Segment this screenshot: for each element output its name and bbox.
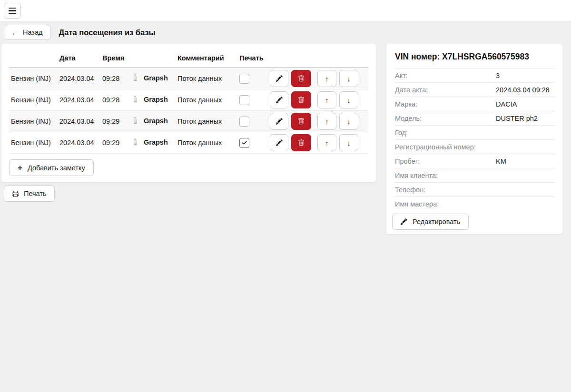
field-label: Год:: [395, 129, 496, 137]
row-type: Бензин (INJ): [9, 68, 58, 89]
move-up-button[interactable]: ↑: [317, 91, 336, 108]
delete-row-button[interactable]: [291, 134, 311, 151]
edit-row-button[interactable]: [270, 70, 288, 87]
arrow-down-icon: ↓: [347, 139, 351, 147]
arrow-up-icon: ↑: [325, 96, 329, 104]
pencil-icon: [276, 118, 283, 125]
table-header-row: Дата Время Комментарий Печать: [9, 49, 368, 68]
print-button[interactable]: Печать: [4, 186, 55, 202]
field-value: DACIA: [496, 100, 517, 108]
check-icon: [241, 140, 247, 146]
graph-attachment-link[interactable]: Grapsh: [132, 74, 168, 82]
edit-row-button[interactable]: [270, 113, 288, 130]
vin-field-row: Год:: [394, 125, 555, 139]
arrow-down-icon: ↓: [347, 118, 351, 126]
delete-row-button[interactable]: [291, 91, 311, 108]
field-value: KM: [496, 157, 506, 165]
vin-field-row: Модель: DUSTER ph2: [394, 111, 555, 125]
move-up-button[interactable]: ↑: [317, 134, 336, 151]
vin-field-row: Дата акта: 2024.03.04 09:28: [394, 82, 555, 97]
page-header: ← Назад Дата посещения из базы: [0, 21, 571, 44]
column-header-comment: Комментарий: [176, 49, 237, 68]
row-comment: Поток данных: [176, 132, 237, 154]
row-date: 2024.03.04: [58, 132, 100, 154]
delete-row-button[interactable]: [291, 70, 311, 87]
print-checkbox[interactable]: [239, 117, 249, 127]
top-bar: [0, 0, 571, 21]
field-label: Телефон:: [395, 186, 496, 194]
move-down-button[interactable]: ↓: [339, 91, 358, 108]
row-time: 09:28: [100, 89, 130, 111]
field-value: DUSTER ph2: [496, 115, 538, 122]
pencil-icon: [401, 218, 407, 225]
graph-attachment-link[interactable]: Grapsh: [132, 138, 168, 146]
field-value: 3: [496, 72, 500, 79]
vin-info-panel: VIN номер: X7LHSRGA560575983 Акт: 3 Дата…: [386, 44, 562, 234]
row-time: 09:28: [100, 68, 130, 89]
printer-icon: [12, 190, 19, 197]
vin-field-row: Телефон:: [394, 182, 555, 196]
field-label: Регистрационный номер:: [395, 143, 496, 151]
row-time: 09:29: [100, 111, 130, 132]
paperclip-icon: [132, 74, 139, 81]
arrow-up-icon: ↑: [325, 139, 329, 147]
field-label: Акт:: [395, 72, 496, 79]
trash-icon: [298, 97, 305, 103]
trash-icon: [298, 75, 305, 82]
column-header-time: Время: [100, 49, 130, 68]
pencil-icon: [276, 97, 283, 103]
print-checkbox[interactable]: [239, 138, 249, 148]
vin-field-row: Имя клиента:: [394, 168, 555, 182]
print-checkbox[interactable]: [239, 95, 249, 105]
row-comment: Поток данных: [176, 68, 237, 89]
row-type: Бензин (INJ): [9, 132, 58, 154]
graph-attachment-link[interactable]: Grapsh: [132, 117, 168, 125]
row-date: 2024.03.04: [58, 68, 100, 89]
column-header-print: Печать: [237, 49, 268, 68]
back-button[interactable]: ← Назад: [4, 25, 50, 40]
row-date: 2024.03.04: [58, 89, 100, 111]
edit-row-button[interactable]: [270, 134, 288, 151]
pencil-icon: [276, 139, 283, 146]
delete-row-button[interactable]: [291, 113, 311, 130]
row-time: 09:29: [100, 132, 130, 154]
field-label: Дата акта:: [395, 86, 496, 94]
row-type: Бензин (INJ): [9, 111, 58, 132]
move-down-button[interactable]: ↓: [339, 134, 358, 151]
page-title: Дата посещения из базы: [59, 28, 156, 37]
hamburger-menu-button[interactable]: [4, 3, 21, 19]
field-label: Имя клиента:: [395, 172, 496, 179]
visits-table-card: Дата Время Комментарий Печать Бензин (IN…: [1, 44, 376, 182]
add-note-button[interactable]: + Добавить заметку: [9, 159, 94, 176]
pencil-icon: [276, 75, 283, 82]
visits-table: Дата Время Комментарий Печать Бензин (IN…: [9, 49, 368, 154]
arrow-up-icon: ↑: [325, 75, 329, 83]
field-label: Имя мастера:: [395, 200, 496, 208]
vin-title: VIN номер: X7LHSRGA560575983: [394, 51, 555, 68]
arrow-down-icon: ↓: [347, 75, 351, 83]
edit-row-button[interactable]: [270, 91, 288, 108]
back-arrow-icon: ←: [11, 29, 19, 36]
trash-icon: [298, 139, 305, 146]
print-checkbox[interactable]: [239, 74, 249, 84]
edit-vin-button[interactable]: Редактировать: [392, 214, 469, 230]
move-down-button[interactable]: ↓: [339, 113, 358, 130]
move-up-button[interactable]: ↑: [317, 70, 336, 87]
field-label: Модель:: [395, 115, 496, 122]
table-row: Бензин (INJ) 2024.03.04 09:28 Grapsh Пот…: [9, 68, 368, 89]
add-note-label: Добавить заметку: [28, 164, 85, 172]
graph-attachment-link[interactable]: Grapsh: [132, 96, 168, 103]
row-date: 2024.03.04: [58, 111, 100, 132]
trash-icon: [298, 118, 305, 125]
table-row: Бензин (INJ) 2024.03.04 09:28 Grapsh Пот…: [9, 89, 368, 111]
move-up-button[interactable]: ↑: [317, 113, 336, 130]
row-comment: Поток данных: [176, 89, 237, 111]
move-down-button[interactable]: ↓: [339, 70, 358, 87]
hamburger-icon: [9, 8, 16, 9]
paperclip-icon: [132, 96, 139, 103]
field-label: Марка:: [395, 100, 496, 108]
vin-field-row: Акт: 3: [394, 68, 555, 82]
row-comment: Поток данных: [176, 111, 237, 132]
column-header-date: Дата: [58, 49, 100, 68]
vin-field-row: Марка: DACIA: [394, 97, 555, 111]
